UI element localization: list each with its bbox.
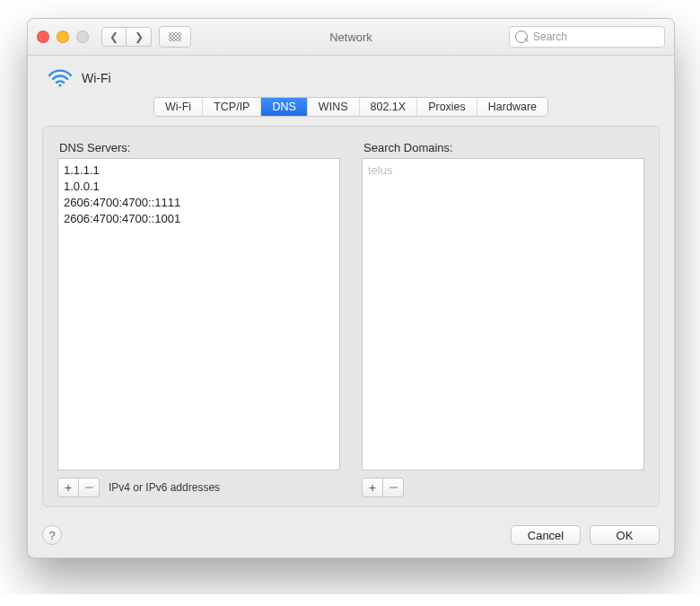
- dns-server-remove-button[interactable]: [79, 478, 100, 497]
- search-domains-list[interactable]: telus: [362, 158, 644, 470]
- tab-wins[interactable]: WINS: [308, 98, 360, 116]
- dns-server-item[interactable]: 2606:4700:4700::1111: [64, 195, 334, 211]
- dns-servers-hint: IPv4 or IPv6 addresses: [109, 481, 220, 494]
- svg-point-0: [58, 83, 61, 86]
- nav-button-group: ❮ ❯: [101, 27, 152, 47]
- dns-server-item[interactable]: 2606:4700:4700::1001: [64, 211, 334, 227]
- tab-dns[interactable]: DNS: [261, 98, 307, 116]
- dns-servers-label: DNS Servers:: [59, 141, 340, 154]
- help-button[interactable]: ?: [42, 525, 62, 545]
- settings-tabbar: Wi-Fi TCP/IP DNS WINS 802.1X Proxies Har…: [153, 97, 548, 117]
- grid-icon: [169, 32, 181, 41]
- titlebar: ❮ ❯ Network: [28, 19, 674, 56]
- interface-header: Wi-Fi: [28, 56, 674, 95]
- search-field[interactable]: [509, 26, 665, 48]
- dns-panel: DNS Servers: 1.1.1.11.0.0.12606:4700:470…: [42, 126, 660, 507]
- search-domain-add-button[interactable]: +: [362, 478, 383, 497]
- search-domains-label: Search Domains:: [363, 141, 644, 154]
- dns-servers-column: DNS Servers: 1.1.1.11.0.0.12606:4700:470…: [57, 141, 340, 497]
- search-domains-add-remove: +: [362, 478, 404, 497]
- close-window-button[interactable]: [37, 31, 49, 43]
- minus-icon: [389, 487, 398, 488]
- minus-icon: [85, 487, 93, 488]
- tab-hardware[interactable]: Hardware: [477, 98, 547, 116]
- chevron-right-icon: ❯: [135, 31, 144, 43]
- back-button[interactable]: ❮: [101, 27, 127, 47]
- show-all-button[interactable]: [159, 26, 191, 48]
- cancel-button[interactable]: Cancel: [511, 525, 581, 545]
- zoom-window-button[interactable]: [76, 31, 89, 43]
- search-domain-placeholder: telus: [368, 162, 638, 179]
- wifi-icon: [48, 68, 73, 88]
- tab-tcpip[interactable]: TCP/IP: [203, 98, 261, 116]
- search-icon: [515, 31, 528, 43]
- minimize-window-button[interactable]: [57, 31, 69, 43]
- tab-proxies[interactable]: Proxies: [417, 98, 477, 116]
- dns-server-add-button[interactable]: +: [57, 478, 79, 497]
- dns-servers-list[interactable]: 1.1.1.11.0.0.12606:4700:4700::11112606:4…: [57, 158, 340, 470]
- interface-name: Wi-Fi: [82, 71, 111, 85]
- search-input[interactable]: [531, 30, 659, 44]
- dns-servers-add-remove: +: [57, 478, 100, 497]
- search-domains-column: Search Domains: telus +: [362, 141, 644, 497]
- traffic-lights: [37, 31, 89, 43]
- ok-button[interactable]: OK: [590, 525, 660, 545]
- tab-wifi[interactable]: Wi-Fi: [154, 98, 203, 116]
- network-preferences-window: ❮ ❯ Network: [27, 18, 675, 558]
- forward-button[interactable]: ❯: [127, 27, 152, 47]
- dialog-footer: ? Cancel OK: [28, 518, 674, 558]
- dns-server-item[interactable]: 1.0.0.1: [64, 179, 334, 195]
- search-domain-remove-button[interactable]: [383, 478, 404, 497]
- tab-8021x[interactable]: 802.1X: [360, 98, 418, 116]
- dns-server-item[interactable]: 1.1.1.1: [64, 162, 334, 179]
- chevron-left-icon: ❮: [109, 31, 118, 43]
